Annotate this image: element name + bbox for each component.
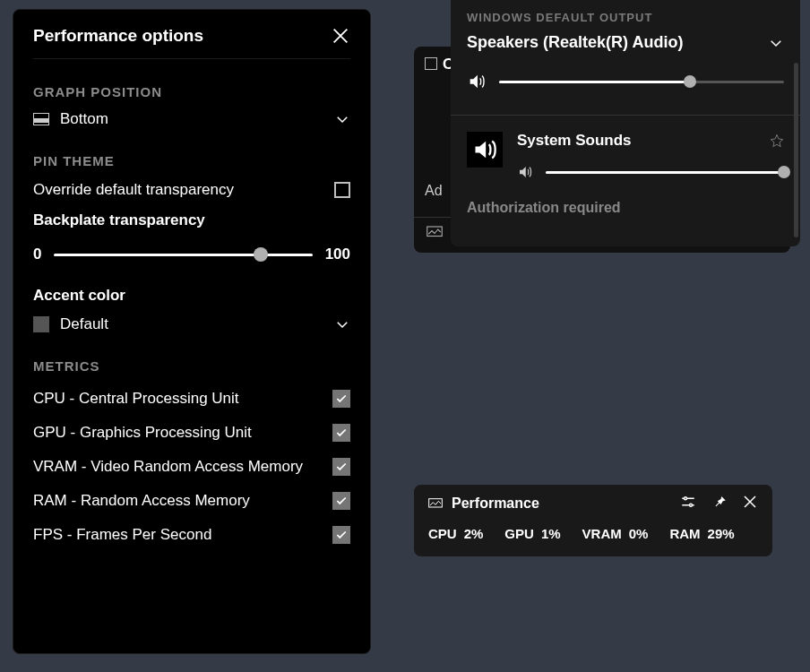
system-sounds-slider[interactable]: [546, 171, 784, 174]
metric-label: GPU - Graphics Processing Unit: [33, 424, 252, 442]
performance-widget-title: Performance: [452, 495, 660, 512]
graph-position-label: GRAPH POSITION: [33, 84, 350, 99]
bottom-position-icon: [33, 113, 49, 125]
metric-label: RAM - Random Access Memory: [33, 492, 250, 510]
metric-row: CPU - Central Processing Unit: [33, 390, 350, 408]
stat-value: 1%: [541, 526, 561, 541]
metric-row: RAM - Random Access Memory: [33, 492, 350, 510]
chevron-down-icon: [334, 316, 350, 332]
graph-position-dropdown[interactable]: Bottom: [33, 110, 350, 128]
override-transparency-checkbox[interactable]: [334, 182, 350, 198]
stat-value: 29%: [708, 526, 735, 541]
perf-stat: GPU1%: [504, 526, 560, 541]
metric-checkbox[interactable]: [332, 424, 350, 442]
stat-value: 0%: [629, 526, 649, 541]
perf-stat: RAM29%: [669, 526, 734, 541]
stat-name: GPU: [504, 526, 534, 541]
metric-label: VRAM - Video Random Access Memory: [33, 458, 303, 476]
metric-label: CPU - Central Processing Unit: [33, 390, 239, 408]
perf-stat: VRAM0%: [582, 526, 649, 541]
stat-name: VRAM: [582, 526, 622, 541]
slider-min: 0: [33, 246, 41, 263]
system-sounds-icon: [467, 132, 503, 168]
settings-sliders-icon[interactable]: [680, 494, 696, 510]
audio-device-name: Speakers (Realtek(R) Audio): [467, 33, 683, 52]
bg-bottom-icon: [427, 226, 443, 238]
backplate-transparency-label: Backplate transparency: [33, 211, 350, 229]
master-volume-slider[interactable]: [499, 81, 784, 83]
audio-flyout-panel: WINDOWS DEFAULT OUTPUT Speakers (Realtek…: [451, 0, 800, 246]
close-icon[interactable]: [331, 26, 350, 46]
stat-value: 2%: [464, 526, 484, 541]
performance-widget: Performance CPU2%GPU1%VRAM0%RAM29%: [414, 485, 772, 556]
pin-icon[interactable]: [711, 494, 728, 510]
metric-checkbox[interactable]: [332, 492, 350, 510]
metric-checkbox[interactable]: [332, 458, 350, 476]
svg-point-3: [690, 504, 693, 506]
divider: [451, 115, 800, 116]
metric-checkbox[interactable]: [332, 526, 350, 544]
accent-color-value: Default: [60, 315, 334, 333]
accent-color-dropdown[interactable]: Default: [33, 315, 350, 333]
panel-title: Performance options: [33, 26, 203, 46]
performance-options-panel: Performance options GRAPH POSITION Botto…: [13, 9, 371, 654]
accent-swatch-icon: [33, 316, 49, 332]
backplate-transparency-slider[interactable]: [54, 254, 312, 256]
volume-thumb[interactable]: [778, 166, 790, 178]
performance-graph-icon: [428, 497, 443, 510]
system-sounds-label: System Sounds: [517, 132, 632, 150]
metric-checkbox[interactable]: [332, 390, 350, 408]
override-transparency-label: Override default transparency: [33, 181, 234, 199]
audio-device-dropdown[interactable]: Speakers (Realtek(R) Audio): [467, 33, 784, 52]
chevron-down-icon: [334, 111, 350, 127]
bg-panel-icon: [425, 57, 437, 70]
svg-point-2: [685, 497, 687, 500]
accent-color-label: Accent color: [33, 287, 350, 305]
stat-name: CPU: [428, 526, 457, 541]
slider-max: 100: [325, 246, 350, 263]
volume-thumb[interactable]: [684, 75, 696, 88]
volume-icon: [517, 164, 533, 180]
close-icon[interactable]: [742, 494, 758, 510]
perf-stat: CPU2%: [428, 526, 483, 541]
auth-required-label: Authorization required: [467, 200, 621, 216]
stat-name: RAM: [669, 526, 700, 541]
graph-position-value: Bottom: [60, 110, 334, 128]
bg-panel-text: Ad: [425, 183, 443, 199]
scrollbar[interactable]: [794, 63, 798, 237]
metric-row: GPU - Graphics Processing Unit: [33, 424, 350, 442]
chevron-down-icon: [768, 35, 784, 51]
metric-label: FPS - Frames Per Second: [33, 526, 211, 544]
audio-section-label: WINDOWS DEFAULT OUTPUT: [467, 11, 784, 24]
metric-row: VRAM - Video Random Access Memory: [33, 458, 350, 476]
metrics-label: METRICS: [33, 358, 350, 374]
slider-thumb[interactable]: [254, 247, 268, 262]
star-outline-icon[interactable]: [770, 134, 784, 148]
pin-theme-label: PIN THEME: [33, 153, 350, 168]
metric-row: FPS - Frames Per Second: [33, 526, 350, 544]
volume-icon: [467, 72, 487, 91]
